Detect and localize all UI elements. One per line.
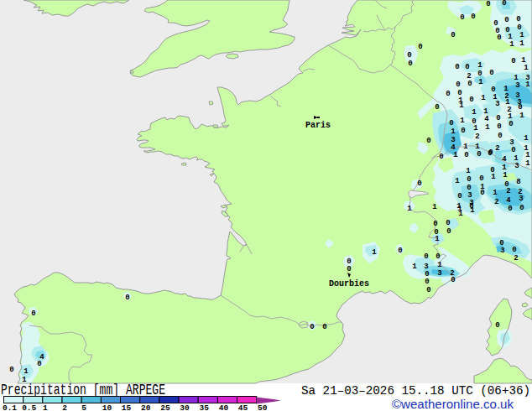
svg-text:1: 1	[463, 143, 468, 151]
svg-text:0: 0	[477, 150, 481, 159]
svg-text:1: 1	[485, 123, 490, 132]
svg-text:0: 0	[426, 286, 430, 294]
svg-text:0: 0	[496, 114, 500, 122]
svg-text:1: 1	[43, 403, 48, 411]
svg-text:0.5: 0.5	[22, 403, 36, 411]
svg-text:0: 0	[498, 132, 502, 140]
svg-text:0: 0	[519, 204, 524, 212]
svg-text:0: 0	[435, 103, 439, 112]
svg-text:3: 3	[519, 195, 523, 203]
svg-text:0: 0	[446, 90, 450, 98]
svg-text:1: 1	[466, 167, 471, 175]
svg-text:0: 0	[502, 0, 506, 8]
svg-text:0: 0	[508, 205, 512, 213]
svg-text:0: 0	[495, 321, 499, 330]
svg-text:0: 0	[310, 323, 314, 331]
svg-text:1: 1	[451, 127, 456, 136]
svg-text:0: 0	[457, 192, 462, 200]
svg-text:2: 2	[62, 403, 67, 411]
svg-text:0: 0	[449, 119, 453, 127]
svg-text:1: 1	[519, 31, 524, 39]
svg-text:1: 1	[456, 202, 462, 211]
svg-text:2: 2	[506, 187, 510, 195]
svg-text:25: 25	[160, 403, 170, 411]
svg-text:0: 0	[37, 360, 41, 368]
svg-text:1: 1	[432, 203, 437, 211]
svg-text:1: 1	[477, 61, 482, 70]
svg-text:1: 1	[503, 171, 508, 179]
svg-text:1: 1	[493, 189, 498, 197]
svg-text:Paris: Paris	[305, 121, 331, 130]
svg-text:0: 0	[479, 174, 483, 183]
svg-text:0: 0	[464, 151, 468, 159]
svg-text:1: 1	[435, 235, 440, 243]
svg-text:0: 0	[398, 247, 402, 255]
svg-text:0: 0	[486, 0, 490, 8]
svg-text:0: 0	[471, 13, 475, 21]
svg-text:3: 3	[514, 162, 519, 170]
svg-text:30: 30	[180, 403, 190, 411]
svg-text:1: 1	[478, 78, 483, 86]
svg-text:15: 15	[122, 403, 132, 411]
svg-text:2: 2	[514, 254, 518, 263]
svg-text:0: 0	[433, 220, 437, 228]
svg-text:20: 20	[141, 403, 151, 411]
svg-text:0: 0	[436, 252, 440, 261]
svg-text:2: 2	[494, 198, 498, 206]
svg-text:0: 0	[480, 189, 484, 197]
svg-text:1: 1	[472, 108, 477, 117]
svg-text:1: 1	[372, 248, 377, 257]
svg-text:0: 0	[426, 137, 430, 145]
svg-text:1: 1	[470, 206, 475, 215]
svg-text:0: 0	[446, 219, 450, 227]
svg-text:1: 1	[455, 177, 460, 185]
svg-text:1: 1	[481, 94, 486, 102]
svg-text:0: 0	[418, 43, 422, 51]
svg-text:0: 0	[425, 278, 429, 286]
svg-text:0: 0	[451, 276, 455, 284]
svg-text:1: 1	[453, 151, 458, 159]
svg-text:0: 0	[417, 179, 421, 188]
svg-text:0: 0	[461, 127, 465, 135]
svg-text:0: 0	[460, 13, 464, 22]
svg-text:Dourbies: Dourbies	[329, 279, 369, 289]
svg-text:©weatheronline.co.uk: ©weatheronline.co.uk	[392, 398, 514, 411]
svg-text:0: 0	[516, 15, 520, 23]
svg-text:1: 1	[458, 210, 463, 218]
svg-text:1: 1	[524, 134, 529, 143]
svg-text:10: 10	[102, 403, 112, 411]
svg-text:0: 0	[509, 120, 513, 128]
svg-text:0: 0	[488, 149, 492, 158]
svg-text:0: 0	[504, 16, 509, 24]
svg-text:0: 0	[518, 103, 522, 112]
svg-text:0: 0	[451, 31, 455, 39]
svg-text:0: 0	[439, 153, 443, 161]
svg-text:1: 1	[509, 40, 514, 49]
svg-text:1: 1	[412, 263, 417, 271]
svg-text:1: 1	[525, 159, 530, 168]
svg-text:0: 0	[31, 310, 35, 318]
svg-text:1: 1	[460, 117, 465, 125]
svg-text:0: 0	[455, 63, 459, 71]
svg-text:1: 1	[407, 205, 412, 213]
svg-text:Sa 21–03–2026 15..18 UTC (06+3: Sa 21–03–2026 15..18 UTC (06+36)	[301, 384, 530, 398]
svg-text:0: 0	[424, 252, 428, 261]
svg-text:0: 0	[497, 34, 501, 42]
svg-text:5: 5	[81, 403, 86, 411]
svg-text:4: 4	[506, 196, 511, 205]
svg-text:4: 4	[502, 155, 507, 164]
svg-text:1: 1	[519, 39, 524, 48]
svg-text:1: 1	[437, 261, 442, 269]
svg-text:1: 1	[459, 101, 464, 110]
svg-text:3: 3	[500, 247, 504, 255]
svg-text:1: 1	[525, 81, 530, 89]
svg-text:0: 0	[322, 323, 326, 331]
svg-text:2: 2	[475, 133, 479, 141]
svg-text:0: 0	[9, 366, 13, 374]
svg-text:1: 1	[23, 367, 29, 376]
svg-text:1: 1	[491, 173, 496, 181]
svg-text:45: 45	[238, 403, 248, 411]
svg-text:0.1: 0.1	[3, 403, 17, 411]
svg-text:0: 0	[456, 81, 460, 89]
svg-text:0: 0	[512, 246, 516, 254]
